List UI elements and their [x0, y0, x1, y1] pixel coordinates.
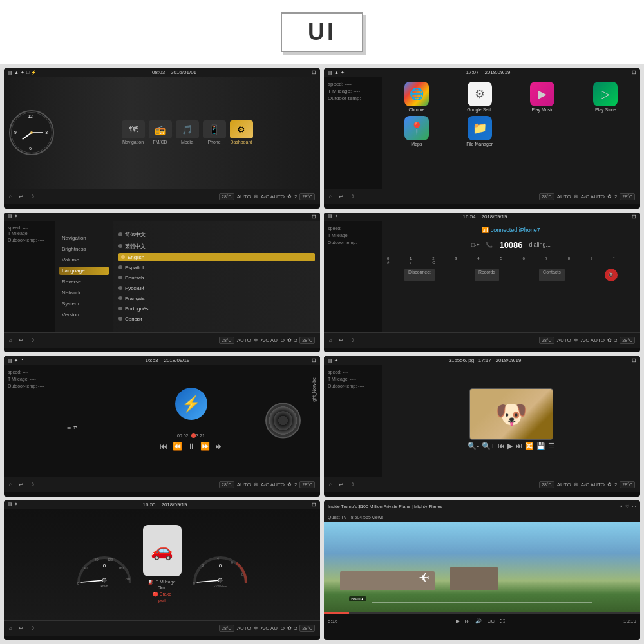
dial-7[interactable]: 7	[545, 256, 567, 260]
dial-hash[interactable]: #	[387, 261, 409, 265]
nav-fmcd[interactable]: 📻 FM/CD	[149, 120, 172, 144]
nav-phone[interactable]: 📱 Phone	[203, 120, 226, 144]
prev-track-button[interactable]: ⏮	[160, 442, 167, 451]
menu-reverse[interactable]: Reverse	[59, 278, 109, 286]
menu-language[interactable]: Language	[59, 267, 109, 275]
moon-icon-1[interactable]: ☽	[30, 194, 34, 200]
moon-icon-6[interactable]: ☽	[350, 482, 354, 488]
moon-icon-3[interactable]: ☽	[30, 337, 34, 343]
app-google-settings[interactable]: ⚙ Google Sett.	[450, 82, 509, 112]
menu-version[interactable]: Version	[59, 310, 109, 319]
nav-dashboard[interactable]: ⚙ Dashboard	[230, 120, 253, 144]
app-play-store[interactable]: ▷ Play Store	[576, 82, 635, 112]
lang-english[interactable]: English	[118, 253, 315, 261]
next-photo-button[interactable]: ⏭	[515, 442, 522, 450]
lang-portuguese[interactable]: Português	[118, 305, 315, 313]
back-icon-4[interactable]: ↩	[339, 337, 343, 343]
yt-volume-button[interactable]: 🔊	[475, 618, 482, 624]
zoom-out-button[interactable]: 🔍-	[468, 442, 479, 450]
back-icon-5[interactable]: ↩	[19, 482, 23, 488]
back-icon-7[interactable]: ↩	[19, 625, 23, 631]
menu-volume[interactable]: Volume	[59, 256, 109, 264]
disconnect-button[interactable]: Disconnect	[404, 269, 435, 281]
home-icon-7[interactable]: ⌂	[9, 625, 12, 631]
ac-label-4: A/C AUTO	[581, 337, 605, 343]
list-photo-button[interactable]: ☰	[548, 442, 554, 450]
end-call-button[interactable]: 📵	[605, 269, 618, 281]
back-icon-2[interactable]: ↩	[339, 194, 343, 200]
yt-fullscreen-button[interactable]: ⛶	[500, 618, 505, 624]
dial-0[interactable]: 0	[387, 256, 409, 260]
dial-5[interactable]: 5	[500, 256, 522, 260]
moon-icon-2[interactable]: ☽	[350, 194, 354, 200]
home-icon-6[interactable]: ⌂	[329, 482, 332, 488]
dial-6[interactable]: 6	[523, 256, 545, 260]
svg-text:4: 4	[217, 556, 219, 560]
menu-network[interactable]: Network	[59, 289, 109, 297]
dial-9[interactable]: 9	[591, 256, 612, 260]
fan-speed-icon-1: ✿	[287, 194, 292, 200]
lang-simplified-chinese[interactable]: 简体中文	[118, 230, 315, 240]
lang-russian[interactable]: Русский	[118, 284, 315, 292]
lang-serbian[interactable]: Српски	[118, 315, 315, 323]
menu-navigation[interactable]: Navigation	[59, 234, 109, 242]
back-icon-3[interactable]: ↩	[19, 337, 23, 343]
screen-1-content: 12 3 6 9 🗺 Navigation	[4, 77, 320, 189]
moon-icon-5[interactable]: ☽	[30, 482, 34, 488]
records-button[interactable]: Records	[475, 269, 499, 281]
lang-french[interactable]: Français	[118, 294, 315, 303]
moon-icon-4[interactable]: ☽	[350, 337, 354, 343]
app-file-manager[interactable]: 📁 File Manager	[450, 116, 509, 146]
dial-3[interactable]: 3	[455, 256, 477, 260]
back-icon-1[interactable]: ↩	[19, 194, 23, 200]
fast-forward-button[interactable]: ⏩	[200, 442, 210, 451]
screen-home: ▤ ▲ ✦ □ ⚡ 08:03 2016/01/01 ⊡ 12 3	[4, 68, 320, 209]
yt-progress-track[interactable]	[324, 612, 640, 614]
back-icon-6[interactable]: ↩	[339, 482, 343, 488]
yt-video-area[interactable]: ✈ BB•D▲	[324, 522, 640, 613]
yt-heart-button[interactable]: ♡	[625, 504, 629, 509]
contacts-button[interactable]: Contacts	[539, 269, 565, 281]
dialing-number: 10086	[498, 239, 524, 251]
yt-share-button[interactable]: ↗	[619, 504, 623, 509]
home-icon-3[interactable]: ⌂	[9, 337, 12, 343]
moon-icon-7[interactable]: ☽	[30, 625, 34, 631]
prev-photo-button[interactable]: ⏮	[498, 442, 505, 450]
temp-left-2: 28°C	[539, 193, 554, 200]
home-icon-2[interactable]: ⌂	[329, 194, 332, 200]
menu-system[interactable]: System	[59, 299, 109, 308]
shuffle-photo-button[interactable]: 🔀	[525, 442, 534, 450]
home-icon-4[interactable]: ⌂	[329, 337, 332, 343]
dial-clear[interactable]: C	[432, 261, 454, 265]
yt-next-button[interactable]: ⏭	[465, 618, 470, 624]
app-chrome[interactable]: 🌐 Chrome	[387, 82, 446, 112]
next-track-button[interactable]: ⏭	[215, 442, 223, 451]
zoom-in-button[interactable]: 🔍+	[482, 442, 495, 450]
dial-8[interactable]: 8	[568, 256, 590, 260]
play-photo-button[interactable]: ▶	[507, 442, 513, 450]
dial-1[interactable]: 1	[410, 256, 431, 260]
dial-star[interactable]: *	[613, 256, 635, 260]
save-photo-button[interactable]: 💾	[536, 442, 545, 450]
app-maps[interactable]: 📍 Maps	[387, 116, 446, 146]
lang-traditional-chinese[interactable]: 繁體中文	[118, 242, 315, 251]
nav-media[interactable]: 🎵 Media	[176, 120, 199, 144]
lang-german[interactable]: Deutsch	[118, 274, 315, 282]
temp-right-4: 28°C	[620, 337, 635, 344]
rewind-button[interactable]: ⏪	[173, 442, 182, 451]
nav-navigation[interactable]: 🗺 Navigation	[122, 120, 145, 144]
home-icon-1[interactable]: ⌂	[9, 194, 12, 200]
menu-brightness[interactable]: Brightness	[59, 245, 109, 253]
yt-play-pause-button[interactable]: ▶	[456, 618, 460, 624]
yt-more-button[interactable]: ⋯	[632, 504, 636, 509]
home-icon-5[interactable]: ⌂	[9, 482, 12, 488]
app-play-music[interactable]: ▶ Play Music	[513, 82, 573, 112]
lang-spanish[interactable]: Español	[118, 263, 315, 272]
clock-widget[interactable]: 12 3 6 9	[9, 110, 54, 155]
dial-2[interactable]: 2	[432, 256, 454, 260]
dial-4[interactable]: 4	[477, 256, 499, 260]
music-progress-bar[interactable]: 00:02 03:21	[172, 431, 210, 440]
dial-plus[interactable]: +	[410, 261, 431, 265]
yt-cc-button[interactable]: CC	[487, 618, 495, 624]
play-pause-button[interactable]: ⏸	[187, 442, 195, 451]
